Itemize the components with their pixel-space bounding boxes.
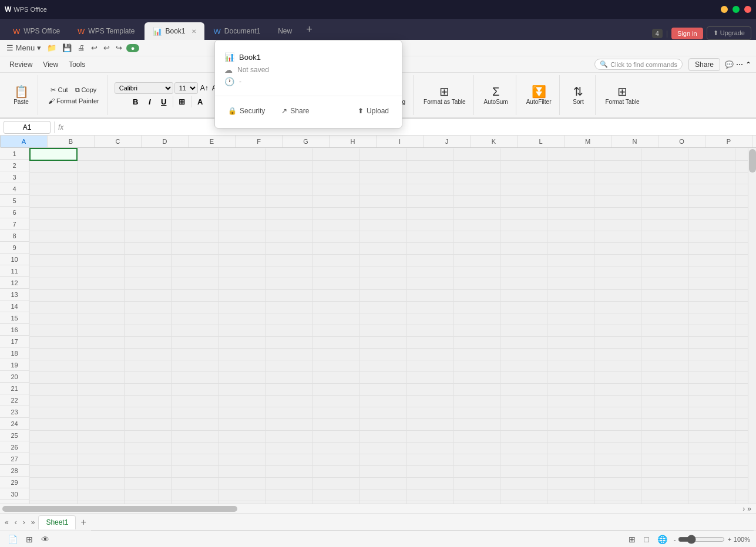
cell-N3[interactable] — [641, 172, 688, 184]
cell-C10[interactable] — [124, 254, 171, 266]
cell-B4[interactable] — [77, 184, 124, 195]
cell-C11[interactable] — [124, 266, 171, 278]
cell-M4[interactable] — [594, 184, 641, 195]
cell-M15[interactable] — [594, 313, 641, 325]
scroll-right-icon[interactable]: › — [742, 505, 745, 513]
cell-C4[interactable] — [124, 184, 171, 195]
cell-L13[interactable] — [547, 289, 594, 301]
cell-J11[interactable] — [453, 266, 500, 278]
fill-color-button[interactable]: A — [194, 95, 207, 108]
cell-K29[interactable] — [500, 477, 547, 489]
cell-J4[interactable] — [453, 184, 500, 195]
cell-B1[interactable] — [77, 148, 124, 160]
cell-E27[interactable] — [218, 454, 265, 465]
cell-F9[interactable] — [265, 242, 312, 254]
cell-O30[interactable] — [688, 489, 735, 501]
cell-H3[interactable] — [359, 172, 406, 184]
cell-J1[interactable] — [453, 148, 500, 160]
cell-P15[interactable] — [735, 313, 748, 325]
cell-P29[interactable] — [735, 477, 748, 489]
cell-G12[interactable] — [312, 278, 359, 289]
cell-K30[interactable] — [500, 489, 547, 501]
cell-L1[interactable] — [547, 148, 594, 160]
row-header-10[interactable]: 10 — [0, 254, 29, 265]
minimize-button[interactable] — [721, 6, 728, 13]
cell-L18[interactable] — [547, 348, 594, 360]
cell-H21[interactable] — [359, 383, 406, 395]
cell-K15[interactable] — [500, 313, 547, 325]
cell-F1[interactable] — [265, 148, 312, 160]
cell-A23[interactable] — [30, 407, 77, 418]
col-header-B[interactable]: B — [48, 136, 95, 147]
cell-D20[interactable] — [171, 372, 218, 383]
cell-P26[interactable] — [735, 442, 748, 454]
cell-G23[interactable] — [312, 407, 359, 418]
cell-P1[interactable] — [735, 148, 748, 160]
cell-L11[interactable] — [547, 266, 594, 278]
sheet-nav-first[interactable]: « — [2, 517, 11, 528]
cell-O1[interactable] — [688, 148, 735, 160]
cell-C19[interactable] — [124, 360, 171, 372]
layout-view-icon[interactable]: ⊞ — [24, 534, 35, 545]
cell-F31[interactable] — [265, 501, 312, 504]
cell-A14[interactable] — [30, 301, 77, 313]
cell-K25[interactable] — [500, 430, 547, 442]
cell-M22[interactable] — [594, 395, 641, 407]
cell-D8[interactable] — [171, 231, 218, 242]
cell-B10[interactable] — [77, 254, 124, 266]
row-header-12[interactable]: 12 — [0, 277, 29, 289]
save-quick-button[interactable]: 💾 — [61, 42, 73, 53]
cell-P31[interactable] — [735, 501, 748, 504]
cell-O4[interactable] — [688, 184, 735, 195]
cell-C24[interactable] — [124, 418, 171, 430]
cell-G10[interactable] — [312, 254, 359, 266]
cell-K20[interactable] — [500, 372, 547, 383]
cell-D24[interactable] — [171, 418, 218, 430]
cell-A25[interactable] — [30, 430, 77, 442]
cell-C29[interactable] — [124, 477, 171, 489]
tab-book1[interactable]: 📊 Book1 ✕ — [145, 22, 204, 40]
popup-security-button[interactable]: 🔒 Security — [224, 104, 268, 117]
cell-M11[interactable] — [594, 266, 641, 278]
cell-K23[interactable] — [500, 407, 547, 418]
cell-A3[interactable] — [30, 172, 77, 184]
cell-H11[interactable] — [359, 266, 406, 278]
cell-C28[interactable] — [124, 465, 171, 477]
cell-C6[interactable] — [124, 207, 171, 219]
copy-button[interactable]: ⧉ Copy — [72, 85, 100, 95]
italic-button[interactable]: I — [143, 95, 156, 108]
cell-A4[interactable] — [30, 184, 77, 195]
cell-B3[interactable] — [77, 172, 124, 184]
cell-F7[interactable] — [265, 219, 312, 231]
cell-L23[interactable] — [547, 407, 594, 418]
cell-N13[interactable] — [641, 289, 688, 301]
cell-M10[interactable] — [594, 254, 641, 266]
cell-F12[interactable] — [265, 278, 312, 289]
cell-I9[interactable] — [406, 242, 453, 254]
cell-N22[interactable] — [641, 395, 688, 407]
cell-I20[interactable] — [406, 372, 453, 383]
cell-F17[interactable] — [265, 336, 312, 348]
cell-K28[interactable] — [500, 465, 547, 477]
autosum-button[interactable]: Σ AutoSum — [481, 84, 511, 107]
upgrade-button[interactable]: ⬆ Upgrade — [707, 26, 751, 40]
cell-D9[interactable] — [171, 242, 218, 254]
cell-D10[interactable] — [171, 254, 218, 266]
cell-N27[interactable] — [641, 454, 688, 465]
cell-B8[interactable] — [77, 231, 124, 242]
cell-O31[interactable] — [688, 501, 735, 504]
cell-A9[interactable] — [30, 242, 77, 254]
cell-D19[interactable] — [171, 360, 218, 372]
cell-F24[interactable] — [265, 418, 312, 430]
cell-N17[interactable] — [641, 336, 688, 348]
cell-N15[interactable] — [641, 313, 688, 325]
cell-N31[interactable] — [641, 501, 688, 504]
cell-B18[interactable] — [77, 348, 124, 360]
cell-I25[interactable] — [406, 430, 453, 442]
cell-E15[interactable] — [218, 313, 265, 325]
cell-H5[interactable] — [359, 195, 406, 207]
cell-H28[interactable] — [359, 465, 406, 477]
cell-E23[interactable] — [218, 407, 265, 418]
grid-scroll-area[interactable] — [29, 148, 748, 504]
cell-L6[interactable] — [547, 207, 594, 219]
